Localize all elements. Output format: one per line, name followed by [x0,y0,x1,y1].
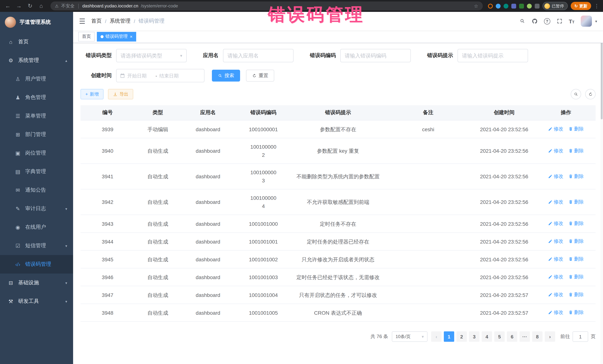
app-logo[interactable]: 芋道管理系统 [0,12,73,33]
user-avatar[interactable] [581,16,592,27]
error-hint-input[interactable] [458,49,528,62]
sidebar-item-online-user[interactable]: ◉在线用户 [0,218,73,236]
browser-menu-icon[interactable]: ⋮ [594,3,599,9]
tab-error-code[interactable]: 错误码管理× [97,32,136,41]
page-button-6[interactable]: 6 [507,331,517,342]
edit-button[interactable]: 修改 [548,237,563,245]
extension-icon[interactable] [504,3,508,8]
delete-button[interactable]: 删除 [568,220,584,228]
browser-forward-icon[interactable]: → [15,2,23,10]
scrollbar-thumb[interactable] [601,34,603,119]
edit-button[interactable]: 修改 [548,147,563,155]
sidebar-item-dept[interactable]: ⊞部门管理 [0,125,73,144]
sidebar-item-infra[interactable]: ⊟基础设施▾ [0,274,73,292]
system-icon: ⚙ [7,57,14,63]
page-button-3[interactable]: 3 [469,331,479,342]
delete-button[interactable]: 删除 [568,125,584,133]
edit-button[interactable]: 修改 [548,220,563,228]
extension-icon[interactable] [496,3,500,8]
delete-button[interactable]: 删除 [568,291,584,299]
end-date-input[interactable] [159,73,185,78]
toggle-search-button[interactable] [571,89,581,99]
breadcrumb-item[interactable]: 首页 [91,18,102,24]
start-date-input[interactable] [127,73,153,78]
app-name-input[interactable] [223,49,293,62]
scrollbar[interactable] [600,12,603,364]
page-button-1[interactable]: 1 [444,331,454,342]
security-warning-label[interactable]: 不安全 [61,3,75,9]
search-icon[interactable] [519,18,525,24]
delete-button[interactable]: 删除 [568,273,584,281]
avatar-caret-icon[interactable]: ▾ [595,19,597,23]
next-page-button[interactable]: › [545,331,555,342]
sidebar-item-menu[interactable]: ☰菜单管理 [0,107,73,125]
reset-button[interactable]: 重置 [246,70,274,82]
extension-icon[interactable] [511,3,516,8]
error-type-input-field[interactable] [121,53,179,59]
delete-button[interactable]: 删除 [568,237,584,245]
sidebar-item-sms[interactable]: ☑短信管理▾ [0,236,73,255]
sidebar-item-post[interactable]: ▣岗位管理 [0,144,73,162]
delete-button[interactable]: 删除 [568,147,584,155]
bookmark-star-icon[interactable]: ☆ [474,3,478,9]
sidebar-item-error-code[interactable]: ‹/›错误码管理 [0,255,73,274]
browser-update-button[interactable]: ↻ 更新 [571,2,591,10]
search-button[interactable]: 搜索 [212,70,240,82]
edit-button[interactable]: 修改 [548,125,563,133]
delete-button[interactable]: 删除 [568,172,584,180]
add-button[interactable]: + 新增 [81,89,104,99]
close-icon[interactable]: × [130,34,132,39]
puzzle-extension-icon[interactable] [535,3,540,8]
help-icon[interactable]: ? [544,18,550,24]
edit-button[interactable]: 修改 [548,291,563,299]
delete-button[interactable]: 删除 [568,255,584,263]
goto-page-input[interactable] [573,331,588,342]
edit-icon [548,275,553,279]
tab-home[interactable]: 首页 [78,32,95,41]
prev-page-button[interactable]: ‹ [431,331,441,342]
delete-button[interactable]: 删除 [568,198,584,206]
app-name-input-field[interactable] [227,53,289,59]
more-pages-button[interactable]: ··· [520,331,530,342]
sidebar-item-user[interactable]: ♙用户管理 [0,70,73,88]
error-code-input[interactable] [340,49,411,62]
sidebar-item-dict[interactable]: ▤字典管理 [0,162,73,181]
extension-icon[interactable] [488,3,493,8]
browser-reload-icon[interactable]: ↻ [26,2,34,10]
browser-home-icon[interactable]: ⌂ [37,2,45,10]
sidebar-item-audit-log[interactable]: ✎审计日志▾ [0,199,73,218]
refresh-table-button[interactable] [585,89,596,99]
sidebar-item-system[interactable]: ⚙系统管理▴ [0,51,73,70]
fullscreen-icon[interactable] [557,18,562,24]
browser-back-icon[interactable]: ← [4,2,12,10]
extension-icon[interactable] [519,3,524,8]
edit-button[interactable]: 修改 [548,309,563,317]
font-size-icon[interactable]: TT [569,18,574,24]
page-size-select[interactable]: 10条/页 ▾ [392,331,428,342]
address-bar[interactable]: ⚠ 不安全 dashboard.yudao.iocoder.cn/system/… [50,1,483,10]
edit-button[interactable]: 修改 [548,273,563,281]
profile-paused-button[interactable]: 已暂停 [543,2,568,10]
page-button-5[interactable]: 5 [494,331,505,342]
date-range-picker[interactable]: - [116,69,204,82]
sidebar-toggle-icon[interactable]: ☰ [79,17,85,25]
export-button[interactable]: 导出 [108,89,133,99]
error-code-input-field[interactable] [345,53,406,59]
delete-button[interactable]: 删除 [568,309,584,317]
page-button-4[interactable]: 4 [482,331,492,342]
sidebar-item-notice[interactable]: ✉通知公告 [0,181,73,199]
extension-icon[interactable] [527,3,532,8]
sidebar-item-dev-tools[interactable]: ⚒研发工具▾ [0,292,73,311]
breadcrumb-item[interactable]: 系统管理 [110,18,130,24]
edit-button[interactable]: 修改 [548,255,563,263]
error-type-select[interactable]: ▾ [116,49,187,62]
filter-label-error-type: 错误码类型 [81,52,112,59]
sidebar-item-role[interactable]: ♟角色管理 [0,88,73,107]
sidebar-item-home[interactable]: ⌂首页 [0,33,73,51]
github-icon[interactable] [532,18,537,24]
page-button-2[interactable]: 2 [456,331,467,342]
error-hint-input-field[interactable] [462,53,524,59]
edit-button[interactable]: 修改 [548,172,563,180]
page-button-8[interactable]: 8 [532,331,543,342]
edit-button[interactable]: 修改 [548,198,563,206]
